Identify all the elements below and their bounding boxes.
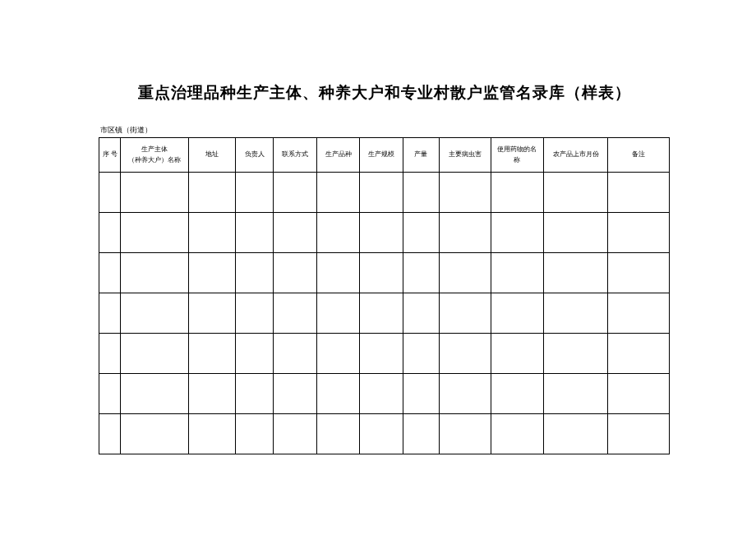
col-header-remark: 备注 [608,138,670,173]
table-cell [403,374,439,414]
table-row [99,334,670,374]
col-header-variety: 生产品种 [316,138,360,173]
table-cell [360,334,403,374]
col-header-month: 农产品上市月份 [543,138,608,173]
table-cell [121,334,189,374]
col-header-drug-line2: 称 [514,156,520,164]
table-row [99,213,670,253]
table-cell [608,374,670,414]
table-cell [543,414,608,454]
col-header-person: 负责人 [236,138,274,173]
table-cell [316,293,360,334]
table-cell [608,213,670,253]
table-cell [439,213,491,253]
table-row [99,414,670,454]
table-cell [360,374,403,414]
table-cell [608,334,670,374]
table-cell [439,414,491,454]
table-cell [121,374,189,414]
table-cell [99,173,121,213]
table-cell [99,334,121,374]
table-cell [236,253,274,293]
table-cell [608,414,670,454]
col-header-drug: 使用药物的名 称 [491,138,543,173]
col-header-entity-line2: （种养大户）名称 [128,156,181,164]
table-cell [99,374,121,414]
table-cell [439,173,491,213]
table-cell [274,213,317,253]
table-cell [316,334,360,374]
col-header-seq: 序 号 [99,138,121,173]
table-cell [316,253,360,293]
col-header-output: 产量 [403,138,439,173]
table-cell [360,173,403,213]
table-cell [189,293,236,334]
table-cell [236,213,274,253]
table-cell [274,414,317,454]
table-row [99,253,670,293]
table-row [99,374,670,414]
table-cell [543,334,608,374]
table-cell [608,253,670,293]
table-cell [543,213,608,253]
table-body [99,173,670,454]
table-cell [189,334,236,374]
table-cell [189,414,236,454]
table-cell [360,213,403,253]
col-header-contact: 联系方式 [274,138,317,173]
table-cell [491,213,543,253]
table-cell [274,334,317,374]
table-cell [316,374,360,414]
table-cell [189,253,236,293]
table-cell [403,253,439,293]
table-cell [121,213,189,253]
table-cell [316,213,360,253]
table-cell [274,173,317,213]
table-cell [543,253,608,293]
table-cell [121,414,189,454]
table-cell [608,173,670,213]
table-cell [121,293,189,334]
table-cell [236,334,274,374]
table-cell [403,173,439,213]
table-cell [403,213,439,253]
col-header-drug-line1: 使用药物的名 [497,145,537,153]
table-cell [608,293,670,334]
col-header-entity-line1: 生产主体 [141,145,168,153]
table-cell [99,293,121,334]
table-cell [274,253,317,293]
table-cell [439,374,491,414]
page-subtitle: 市区镇（街道） [99,125,670,136]
table-cell [189,213,236,253]
table-cell [403,414,439,454]
table-cell [274,293,317,334]
page-title: 重点治理品种生产主体、种养大户和专业村散户监管名录库（样表） [99,82,670,104]
table-cell [491,334,543,374]
registry-table: 序 号 生产主体 （种养大户）名称 地址 负责人 联系方式 生产品种 生产规模 … [99,137,670,454]
table-cell [360,414,403,454]
table-row [99,173,670,213]
table-header-row: 序 号 生产主体 （种养大户）名称 地址 负责人 联系方式 生产品种 生产规模 … [99,138,670,173]
table-cell [543,293,608,334]
table-cell [99,213,121,253]
table-cell [121,253,189,293]
table-cell [236,414,274,454]
table-cell [360,293,403,334]
table-cell [360,253,403,293]
table-cell [274,374,317,414]
table-cell [491,374,543,414]
table-cell [491,253,543,293]
table-cell [439,334,491,374]
document-page: 重点治理品种生产主体、种养大户和专业村散户监管名录库（样表） 市区镇（街道） 序… [0,0,756,454]
table-cell [236,173,274,213]
table-cell [99,414,121,454]
col-header-entity: 生产主体 （种养大户）名称 [121,138,189,173]
table-cell [316,173,360,213]
table-cell [236,374,274,414]
table-cell [543,374,608,414]
col-header-addr: 地址 [189,138,236,173]
table-cell [439,253,491,293]
table-cell [316,414,360,454]
table-cell [403,334,439,374]
table-cell [99,253,121,293]
